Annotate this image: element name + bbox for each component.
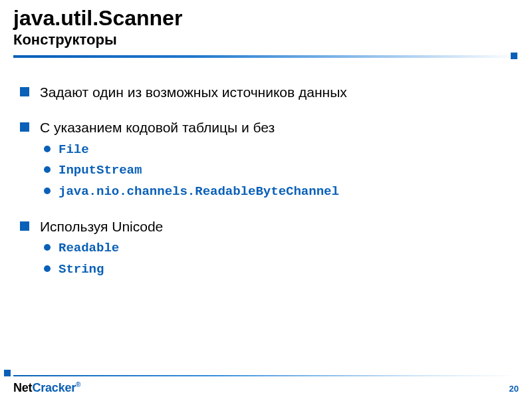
bullet-level2: InputStream xyxy=(20,162,512,179)
logo-part-cracker: Cracker xyxy=(32,381,76,394)
divider-end-marker xyxy=(511,53,517,59)
code-type: File xyxy=(59,142,89,157)
slide-content: Задают один из возможных источников данн… xyxy=(0,58,532,277)
logo-part-net: Net xyxy=(13,381,32,394)
code-type: Readable xyxy=(59,241,119,255)
bullet-level1: Используя Unicode xyxy=(20,217,512,235)
bullet-level1: Задают один из возможных источников данн… xyxy=(20,83,512,101)
page-number: 20 xyxy=(509,384,519,394)
footer-marker-icon xyxy=(4,370,11,376)
title-divider xyxy=(13,55,519,58)
code-type: java.nio.channels.ReadableByteChannel xyxy=(59,184,339,199)
bullet-level1: С указанием кодовой таблицы и без xyxy=(20,118,512,136)
registered-icon: ® xyxy=(76,381,80,388)
bullet-level2: java.nio.channels.ReadableByteChannel xyxy=(20,183,512,200)
bullet-level2: String xyxy=(20,261,512,278)
code-type: String xyxy=(59,262,104,277)
bullet-level2: Readable xyxy=(20,239,512,257)
company-logo: NetCracker® xyxy=(13,381,80,395)
bullet-level2: File xyxy=(20,141,512,158)
slide-subtitle: Конструкторы xyxy=(13,31,519,49)
slide-footer: NetCracker® 20 xyxy=(0,375,532,399)
footer-divider xyxy=(13,375,519,376)
slide-title: java.util.Scanner xyxy=(13,7,519,30)
code-type: InputStream xyxy=(59,163,142,178)
